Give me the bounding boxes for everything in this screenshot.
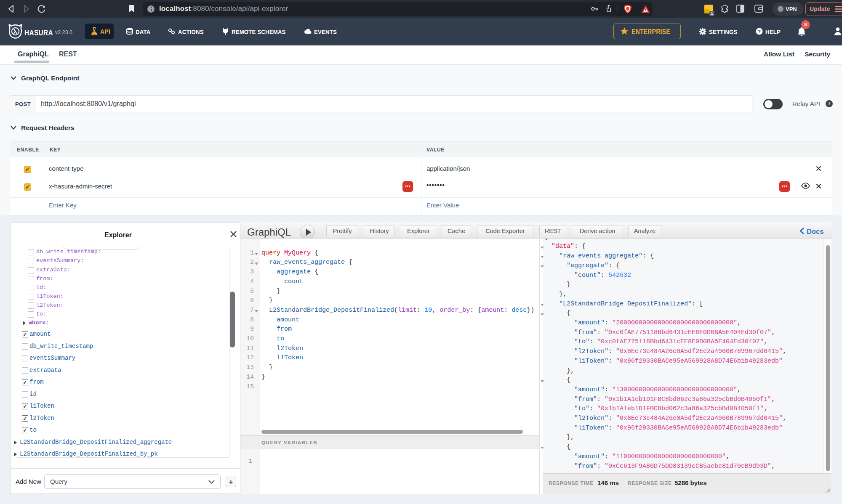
svg-text:?: ? [758, 29, 761, 34]
